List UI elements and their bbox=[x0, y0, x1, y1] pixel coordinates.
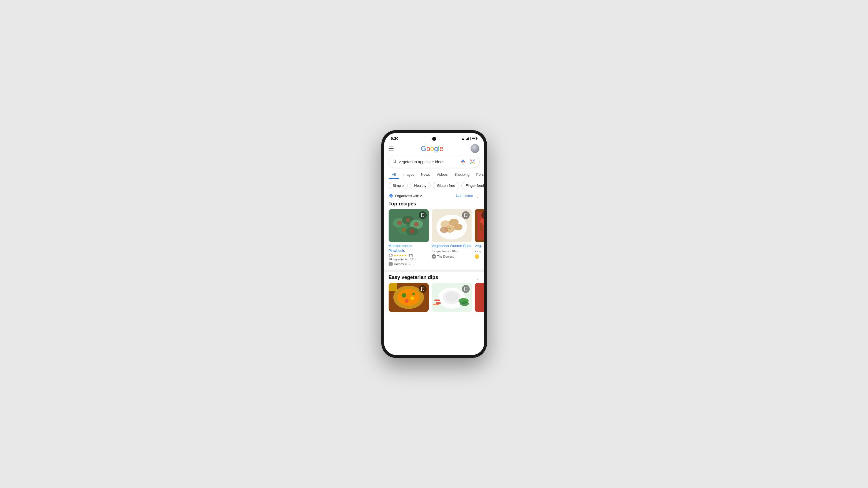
recipe-title-2: Vegetarian Wonton Bites bbox=[432, 244, 472, 249]
top-recipes-title: Top recipes bbox=[384, 200, 484, 209]
dip-image-wrap-3 bbox=[475, 283, 484, 312]
rating-value-1: 5.0 bbox=[389, 254, 393, 257]
tab-videos[interactable]: Videos bbox=[433, 170, 451, 179]
tab-images[interactable]: Images bbox=[399, 170, 418, 179]
recipe-meta-1: 10 ingredients · 12m bbox=[389, 258, 429, 261]
header: Google bbox=[384, 142, 484, 154]
screen-content: Google vegetarian appetizer ideas bbox=[384, 142, 484, 353]
camera-notch bbox=[432, 137, 436, 141]
ai-diamond-icon bbox=[389, 193, 394, 198]
recipe-source-3: 🟡 bbox=[475, 254, 484, 259]
source-avatar-1 bbox=[389, 262, 393, 266]
svg-point-26 bbox=[454, 224, 462, 230]
phone-screen: 9:30 ▲ bbox=[384, 133, 484, 355]
dip-card-3[interactable] bbox=[475, 283, 484, 312]
dip-card-1[interactable] bbox=[389, 283, 429, 312]
voice-search-button[interactable] bbox=[459, 158, 467, 165]
svg-point-6 bbox=[472, 161, 473, 163]
recipe-source-1: Domestic Su… ⋮ bbox=[389, 262, 429, 266]
rating-count-1: (17) bbox=[407, 254, 413, 257]
status-time: 9:30 bbox=[391, 136, 399, 141]
search-tabs: All Images News Videos Shopping Pers… bbox=[384, 170, 484, 179]
recipe-cards-scroll: Mediterranean Pinwheels 5.0 ★★★★★ (17) 1… bbox=[384, 209, 484, 269]
ai-organized-bar: Organized with AI Learn more ⋮ bbox=[384, 192, 484, 200]
svg-point-47 bbox=[445, 292, 458, 302]
time-1: 12m bbox=[410, 258, 416, 261]
recipe-title-1: Mediterranean Pinwheels bbox=[389, 244, 429, 253]
ai-bar-right: Learn more ⋮ bbox=[456, 193, 479, 198]
svg-point-17 bbox=[406, 218, 410, 222]
chip-gluten-free[interactable]: Gluten-free bbox=[433, 182, 459, 189]
svg-point-40 bbox=[410, 296, 414, 300]
recipe-card-2[interactable]: Vegetarian Wonton Bites 8 ingredients · … bbox=[432, 209, 472, 266]
recipe-image-wrap-3 bbox=[475, 209, 484, 242]
svg-rect-48 bbox=[434, 299, 440, 301]
svg-rect-30 bbox=[449, 228, 451, 229]
recipe-card-3[interactable]: Veg… 7 ing… 🟡 bbox=[475, 209, 484, 266]
source-more-button-1[interactable]: ⋮ bbox=[425, 262, 429, 266]
bookmark-button-1[interactable] bbox=[419, 211, 427, 219]
dip-image-wrap-2 bbox=[432, 283, 472, 312]
svg-point-41 bbox=[405, 299, 409, 303]
ingredients-1: 10 ingredients bbox=[389, 258, 408, 261]
source-more-button-2[interactable]: ⋮ bbox=[468, 254, 472, 259]
avatar[interactable] bbox=[470, 144, 479, 153]
recipe-card-1[interactable]: Mediterranean Pinwheels 5.0 ★★★★★ (17) 1… bbox=[389, 209, 429, 266]
svg-rect-43 bbox=[389, 283, 397, 291]
dip-cards-scroll bbox=[384, 283, 484, 312]
svg-rect-50 bbox=[433, 304, 439, 305]
svg-point-39 bbox=[402, 293, 406, 298]
wifi-icon: ▲ bbox=[461, 137, 465, 140]
chip-healthy[interactable]: Healthy bbox=[410, 182, 431, 189]
source-avatar-3: 🟡 bbox=[475, 254, 479, 259]
recipe-title-3: Veg… bbox=[475, 244, 484, 249]
ai-bar-more-button[interactable]: ⋮ bbox=[475, 193, 480, 198]
svg-point-20 bbox=[410, 229, 414, 233]
source-name-1: Domestic Su… bbox=[394, 262, 414, 266]
ai-label: Organized with AI bbox=[395, 194, 424, 198]
svg-point-27 bbox=[440, 227, 448, 233]
dip-image-3 bbox=[475, 283, 484, 312]
chip-simple[interactable]: Simple bbox=[389, 182, 408, 189]
signal-icon bbox=[466, 137, 470, 140]
svg-rect-28 bbox=[445, 224, 447, 224]
svg-point-19 bbox=[402, 228, 406, 232]
tab-all[interactable]: All bbox=[389, 170, 399, 179]
svg-line-1 bbox=[395, 162, 396, 163]
google-lens-button[interactable] bbox=[469, 158, 476, 165]
time-2: 10m bbox=[452, 250, 458, 253]
tab-personal[interactable]: Pers… bbox=[473, 170, 484, 179]
google-logo: Google bbox=[421, 144, 443, 153]
search-bar[interactable]: vegetarian appetizer ideas bbox=[389, 156, 480, 168]
ingredients-3: 7 ing… bbox=[475, 250, 484, 253]
ai-bar-left: Organized with AI bbox=[389, 193, 424, 198]
svg-point-42 bbox=[412, 293, 415, 295]
svg-point-16 bbox=[398, 221, 402, 225]
recipe-source-2: 🏠 The Domesti… ⋮ bbox=[432, 254, 472, 259]
svg-rect-49 bbox=[436, 302, 441, 304]
tab-shopping[interactable]: Shopping bbox=[451, 170, 473, 179]
bookmark-button-dip-2[interactable] bbox=[462, 285, 470, 293]
chip-finger-food[interactable]: Finger food bbox=[461, 182, 484, 189]
section-divider bbox=[384, 269, 484, 272]
learn-more-link[interactable]: Learn more bbox=[456, 194, 473, 198]
recipe-rating-1: 5.0 ★★★★★ (17) bbox=[389, 254, 429, 257]
svg-rect-53 bbox=[475, 283, 484, 312]
status-icons: ▲ bbox=[461, 137, 477, 140]
svg-rect-35 bbox=[480, 223, 483, 231]
svg-point-18 bbox=[414, 222, 418, 227]
recipe-meta-3: 7 ing… bbox=[475, 250, 484, 253]
dip-card-2[interactable] bbox=[432, 283, 472, 312]
source-avatar-2: 🏠 bbox=[432, 254, 436, 259]
source-name-2: The Domesti… bbox=[437, 255, 458, 258]
hamburger-menu-button[interactable] bbox=[389, 147, 394, 151]
svg-point-38 bbox=[398, 289, 420, 305]
filter-chips: Simple Healthy Gluten-free Finger food bbox=[384, 179, 484, 192]
easy-dips-more-button[interactable]: ⋮ bbox=[475, 274, 480, 281]
svg-rect-2 bbox=[462, 160, 464, 162]
recipe-image-wrap-2 bbox=[432, 209, 472, 242]
bookmark-button-dip-1[interactable] bbox=[419, 285, 427, 293]
bookmark-button-2[interactable] bbox=[462, 211, 470, 219]
tab-news[interactable]: News bbox=[418, 170, 434, 179]
battery-icon bbox=[472, 137, 477, 140]
